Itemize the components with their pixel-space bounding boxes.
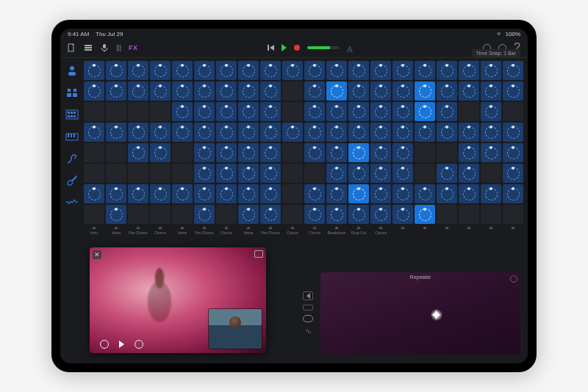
loop-cell[interactable] [128, 143, 148, 162]
loop-cell[interactable] [260, 102, 281, 121]
loop-cell[interactable] [194, 123, 215, 142]
loop-cell[interactable] [370, 143, 391, 162]
section-marker[interactable]: Verse [172, 226, 193, 241]
loop-cell[interactable] [150, 102, 171, 121]
loop-cell[interactable] [282, 123, 303, 142]
loop-cell[interactable] [84, 81, 104, 101]
pad-stop-button[interactable] [303, 305, 313, 311]
loop-cell[interactable] [238, 205, 259, 224]
loop-cell[interactable] [304, 102, 325, 121]
loop-cell[interactable] [150, 61, 171, 80]
loop-cell[interactable] [415, 143, 435, 162]
section-marker[interactable]: Chorus [282, 226, 303, 241]
loop-cell[interactable] [459, 123, 479, 142]
loop-cell[interactable] [392, 81, 413, 101]
loop-cell[interactable] [481, 81, 501, 101]
loop-cell[interactable] [304, 164, 325, 183]
loop-cell[interactable] [370, 102, 391, 121]
loop-cell[interactable] [84, 102, 104, 121]
loop-cell[interactable] [238, 81, 259, 101]
loop-cell[interactable] [459, 102, 479, 121]
loop-cell[interactable] [304, 143, 325, 162]
facetime-thumbnail[interactable] [209, 309, 262, 349]
tracks-icon[interactable] [84, 43, 93, 52]
loop-cell[interactable] [172, 184, 193, 203]
loop-cell[interactable] [106, 81, 126, 101]
loop-cell[interactable] [459, 164, 479, 183]
loop-cell[interactable] [326, 123, 347, 142]
loop-cell[interactable] [459, 205, 479, 224]
loop-cell[interactable] [128, 102, 148, 121]
loop-cell[interactable] [437, 123, 457, 142]
loop-cell[interactable] [503, 205, 523, 224]
loop-cell[interactable] [326, 61, 347, 80]
section-marker[interactable]: Chorus [304, 226, 325, 241]
loop-cell[interactable] [106, 143, 126, 162]
loop-cell[interactable] [437, 184, 457, 203]
section-marker[interactable]: Verse [106, 226, 126, 241]
track-audio-icon[interactable] [65, 196, 79, 209]
pip-back-button[interactable] [100, 340, 109, 349]
loop-cell[interactable] [216, 123, 237, 142]
loop-cell[interactable] [459, 61, 479, 80]
play-button[interactable] [282, 44, 287, 51]
pip-play-button[interactable] [119, 341, 124, 348]
pad-loop-button[interactable] [303, 315, 313, 322]
loop-cell[interactable] [172, 143, 193, 162]
section-marker[interactable]: Intro [84, 226, 104, 241]
loop-cell[interactable] [326, 184, 347, 203]
xy-pad-settings-icon[interactable] [510, 275, 517, 283]
loop-cell[interactable] [282, 102, 303, 121]
loop-cell[interactable] [481, 164, 501, 183]
loop-cell[interactable] [84, 143, 104, 162]
loop-cell[interactable] [238, 164, 259, 183]
loop-cell[interactable] [150, 143, 171, 162]
loop-cell[interactable] [260, 81, 281, 101]
loop-cell[interactable] [326, 81, 347, 101]
loop-cell[interactable] [304, 184, 325, 203]
loop-cell[interactable] [128, 123, 148, 142]
loop-cell[interactable] [172, 102, 193, 121]
loop-cell[interactable] [84, 164, 104, 183]
loop-cell[interactable] [326, 143, 347, 162]
loop-cell[interactable] [370, 184, 391, 203]
loop-cell[interactable] [392, 164, 413, 183]
loop-cell[interactable] [194, 184, 215, 203]
loop-cell[interactable] [238, 143, 259, 162]
loop-cell[interactable] [84, 61, 104, 80]
loop-cell[interactable] [194, 61, 215, 80]
loop-cell[interactable] [392, 184, 413, 203]
section-marker[interactable]: Pre-Chorus [128, 226, 148, 241]
loop-cell[interactable] [459, 81, 479, 101]
loop-cell[interactable] [260, 164, 281, 183]
loop-cell[interactable] [348, 61, 369, 80]
section-marker[interactable] [437, 226, 457, 241]
loop-cell[interactable] [260, 143, 281, 162]
loop-cell[interactable] [128, 61, 148, 80]
loop-cell[interactable] [326, 164, 347, 183]
loop-cell[interactable] [348, 164, 369, 183]
loop-cell[interactable] [415, 61, 435, 80]
loop-cell[interactable] [392, 205, 413, 224]
project-icon[interactable] [68, 43, 76, 52]
track-mic-icon[interactable] [65, 64, 79, 77]
loop-cell[interactable] [481, 143, 501, 162]
loop-cell[interactable] [415, 184, 435, 203]
loop-cell[interactable] [415, 123, 435, 142]
loop-cell[interactable] [172, 81, 193, 101]
loop-cell[interactable] [260, 123, 281, 142]
loop-cell[interactable] [238, 123, 259, 142]
loop-cell[interactable] [326, 205, 347, 224]
loop-cell[interactable] [481, 61, 501, 80]
loop-cell[interactable] [503, 102, 523, 121]
record-button[interactable] [294, 45, 300, 51]
loop-cell[interactable] [370, 81, 391, 101]
loop-cell[interactable] [260, 184, 281, 203]
mixer-icon[interactable]: ||| [116, 44, 121, 51]
loop-cell[interactable] [326, 102, 347, 121]
loop-cell[interactable] [106, 61, 126, 80]
section-marker[interactable] [415, 226, 435, 241]
loop-cell[interactable] [370, 164, 391, 183]
loop-cell[interactable] [392, 123, 413, 142]
loop-cell[interactable] [348, 81, 369, 101]
